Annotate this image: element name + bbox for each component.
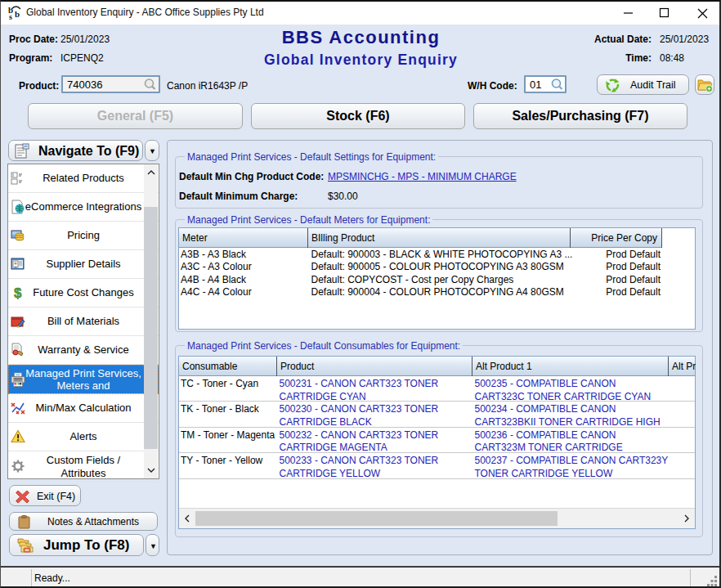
svg-text:s: s <box>9 12 12 20</box>
svg-text:b: b <box>15 9 20 19</box>
